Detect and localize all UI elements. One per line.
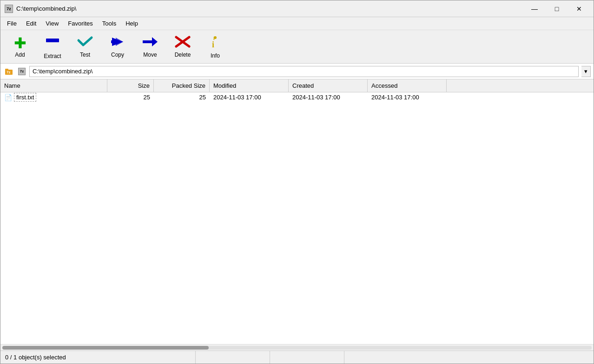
delete-button[interactable]: Delete (167, 32, 198, 61)
info-label: Info (211, 52, 220, 59)
col-header-accessed[interactable]: Accessed (368, 79, 447, 92)
delete-icon (174, 35, 191, 51)
menu-help[interactable]: Help (121, 18, 143, 29)
move-button[interactable]: Move (134, 32, 166, 61)
info-button[interactable]: i i Info (199, 32, 231, 61)
copy-label: Copy (111, 52, 124, 58)
file-name: first.txt (14, 93, 36, 102)
address-back-button[interactable]: 7z (3, 66, 14, 77)
window-controls: — □ ✕ (524, 2, 590, 16)
svg-marker-6 (152, 37, 158, 46)
app-icon: 7z (4, 4, 13, 13)
file-cell-created: 2024-11-03 17:00 (289, 93, 368, 102)
status-selection: 0 / 1 object(s) selected (0, 351, 196, 364)
menu-favorites[interactable]: Favorites (63, 18, 97, 29)
status-section-2 (196, 351, 270, 364)
menu-tools[interactable]: Tools (98, 18, 121, 29)
test-icon (77, 36, 93, 51)
svg-text:7z: 7z (7, 70, 10, 74)
file-cell-packed-size: 25 (154, 93, 210, 102)
address-input[interactable] (29, 66, 579, 77)
maximize-button[interactable]: □ (546, 2, 568, 16)
extract-label: Extract (44, 53, 61, 59)
status-section-3 (270, 351, 344, 364)
address-bar: 7z 7z ▾ (0, 64, 594, 79)
chevron-down-icon: ▾ (584, 68, 587, 75)
close-button[interactable]: ✕ (568, 2, 590, 16)
title-bar: 7z C:\temp\combined.zip\ — □ ✕ (0, 0, 594, 17)
main-window: 7z C:\temp\combined.zip\ — □ ✕ File Edit… (0, 0, 594, 364)
add-icon: ✚ (14, 36, 26, 51)
scrollbar-thumb[interactable] (2, 346, 209, 350)
svg-rect-0 (46, 39, 59, 42)
menu-file[interactable]: File (2, 18, 21, 29)
svg-text:i: i (212, 40, 214, 49)
copy-button[interactable]: Copy (102, 32, 133, 61)
col-header-packed-size[interactable]: Packed Size (154, 79, 210, 92)
move-label: Move (143, 52, 157, 58)
toolbar: ✚ Add Extract Test (0, 30, 594, 64)
file-list-container: Name Size Packed Size Modified Created A… (0, 79, 594, 351)
svg-rect-5 (143, 40, 153, 43)
menu-edit[interactable]: Edit (21, 18, 41, 29)
file-type-icon: 📄 (4, 94, 12, 101)
svg-point-11 (214, 36, 217, 39)
test-button[interactable]: Test (69, 32, 101, 61)
col-header-created[interactable]: Created (289, 79, 368, 92)
address-dropdown-button[interactable]: ▾ (581, 66, 591, 77)
file-list-body[interactable]: 📄 first.txt 25 25 2024-11-03 17:00 2024-… (0, 92, 594, 344)
status-bar: 0 / 1 object(s) selected (0, 351, 594, 364)
window-title: C:\temp\combined.zip\ (16, 5, 524, 12)
file-list-header: Name Size Packed Size Modified Created A… (0, 79, 594, 92)
minimize-button[interactable]: — (524, 2, 545, 16)
copy-icon (109, 35, 126, 51)
extract-button[interactable]: Extract (37, 32, 68, 61)
test-label: Test (80, 52, 90, 58)
add-label: Add (15, 52, 25, 58)
file-cell-accessed: 2024-11-03 17:00 (368, 93, 447, 102)
extract-icon (44, 34, 61, 52)
menu-bar: File Edit View Favorites Tools Help (0, 17, 594, 30)
add-button[interactable]: ✚ Add (4, 32, 36, 61)
file-cell-size: 25 (107, 93, 154, 102)
col-header-name[interactable]: Name (0, 79, 107, 92)
file-cell-modified: 2024-11-03 17:00 (210, 93, 289, 102)
col-header-modified[interactable]: Modified (210, 79, 289, 92)
table-row[interactable]: 📄 first.txt 25 25 2024-11-03 17:00 2024-… (0, 92, 594, 103)
delete-label: Delete (175, 52, 191, 58)
address-app-icon: 7z (17, 67, 26, 76)
menu-view[interactable]: View (41, 18, 63, 29)
horizontal-scrollbar[interactable] (0, 344, 594, 351)
move-icon (142, 35, 158, 51)
file-cell-name: 📄 first.txt (0, 92, 107, 103)
scrollbar-track (2, 346, 592, 350)
col-header-size[interactable]: Size (107, 79, 154, 92)
info-icon: i i (207, 34, 224, 52)
svg-rect-4 (115, 40, 119, 43)
